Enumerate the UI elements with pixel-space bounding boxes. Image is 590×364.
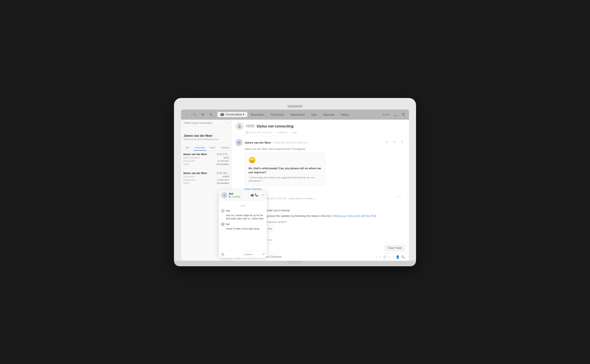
james-name: James van der Meer (245, 141, 271, 144)
chat-date-divider: Today (221, 205, 265, 207)
ticket-id: #840 (246, 124, 255, 128)
laptop-notch (287, 261, 303, 264)
rating-sub: " Unfortunately, the solution you sugges… (248, 176, 321, 183)
tab-conversation[interactable]: 2 Conversation ▾ (217, 112, 247, 117)
chat-message-you: Y You Hey Sol, James might be up for his… (221, 209, 265, 220)
tab-approval[interactable]: Approval (320, 112, 337, 117)
rating-question: Ah, that's unfortunate! Can you please t… (248, 166, 321, 175)
undo-icon[interactable]: ↩ (388, 255, 390, 259)
ticket-avatar (235, 122, 244, 130)
closing-date-value-1: 31 Oct 2017 (218, 160, 229, 162)
reply-toolbar: ≡ ☺ 🖼 ↩ ↪ 👤 🔍 (375, 255, 405, 259)
potential-name-2: James van der Meer (183, 172, 207, 175)
tab-bar: 2 Conversation ▾ Resolution Time Entry A… (217, 112, 382, 117)
main-toolbar: ‹ 📎 ⚙ ↻ 2 Conversation ▾ Resolution Time… (181, 110, 409, 120)
note-icon[interactable]: ✎ (399, 139, 405, 145)
show-response-button[interactable]: show response (245, 187, 405, 191)
pin-icon[interactable]: 📎 (191, 111, 198, 118)
sol-mini-avatar: S (221, 222, 225, 226)
conversation-badge: 2 (220, 113, 224, 116)
owner-label-1: Owner (183, 163, 189, 166)
image-icon[interactable]: 🖼 (383, 255, 386, 259)
sorry-text: Sorry about the trouble you're facing! (245, 208, 405, 213)
toolbar-actions: • • • 🔍 ☰ (383, 111, 407, 118)
tab-resolution[interactable]: Resolution (248, 112, 267, 117)
chat-agent-name: Sol (229, 192, 241, 195)
expand-icon[interactable]: ⤢ (227, 122, 229, 124)
ticket-followers[interactable]: ○ Followers (275, 131, 287, 134)
settings-chat-icon[interactable]: ⚙ (262, 253, 265, 256)
sidebar-tab-activities[interactable]: Activities (219, 145, 231, 151)
greeting: Hi James, (245, 203, 405, 208)
you-avatar: Y (221, 209, 225, 213)
rate-buttons: 🙂 Good 😞 Bad (245, 226, 405, 232)
format-icon[interactable]: ≡ (375, 255, 377, 259)
chevron-down-icon: ▾ (251, 253, 253, 256)
sidebar-header: CRM Contact Information ⤢ (181, 120, 231, 127)
laptop-base (174, 261, 416, 266)
body-text: You could try rolling back the updates b… (245, 214, 405, 218)
chat-footer: 📎 Actions ▾ ⚙ (219, 251, 267, 258)
status-dot (229, 196, 230, 197)
tag-icon: ○ (290, 131, 291, 134)
closing-date-label-2: Closing Date (183, 179, 195, 181)
ticket-title-row: #840 Stylus not connecting (235, 122, 405, 130)
ticket-meta: 🕐 04 Dec 2017 02:53 AM ○ Followers ○ Tag… (246, 131, 405, 134)
potential-item: James van der Meer EUR 273... Value Prop… (183, 153, 229, 169)
clock-icon: 🕐 (246, 131, 248, 134)
phone-icon[interactable]: 📞 (255, 193, 258, 197)
tab-history[interactable]: History (338, 112, 352, 117)
search-icon[interactable]: 🔍 (391, 111, 398, 118)
search-reply-icon[interactable]: 🔍 (401, 255, 405, 259)
attachment-chat-icon[interactable]: 📎 (221, 253, 225, 256)
chat-message-sol: S Sol Great! I'll take a look right away… (221, 222, 265, 230)
message-more-options[interactable]: • • • (396, 195, 401, 198)
close-ticket-button[interactable]: Close Ticket (385, 245, 405, 251)
forward-icon[interactable]: ↪ (391, 139, 397, 145)
stylus-link[interactable]: Making your stylus work with the zPad (333, 215, 376, 217)
stage-value: (100%) (222, 175, 229, 178)
ticket-tags[interactable]: ○ Tags (290, 131, 297, 134)
sidebar-tab-notes[interactable]: Notes (206, 145, 219, 151)
tab-task[interactable]: Task (308, 112, 320, 117)
rate-question-text: Would you rate our customer service? (245, 220, 405, 224)
james-avatar: JA (235, 139, 243, 146)
tab-time-entry[interactable]: Time Entry (268, 112, 287, 117)
message-2-body: Hi James, Sorry about the trouble you're… (245, 203, 405, 243)
potentials-section: James van der Meer EUR 273... Value Prop… (181, 151, 231, 193)
menu-icon[interactable]: ☰ (400, 111, 407, 118)
person-icon[interactable]: 👤 (396, 255, 400, 259)
message-block-1: ↩ ↪ ✎ JA James van der Meer 04 Dec 2017 … (235, 139, 405, 191)
back-arrow-icon[interactable]: ← (183, 128, 186, 130)
potential-amount-1: EUR 273... (217, 153, 229, 156)
james-time: 04 Dec 2017 02:56 AM ( just now ) (273, 141, 308, 144)
message-1-header: JA James van der Meer 04 Dec 2017 02:56 … (235, 139, 405, 146)
ticket-date: 🕐 04 Dec 2017 02:53 AM (246, 131, 272, 134)
expand-more-icon[interactable]: + (316, 197, 318, 200)
reply-icon[interactable]: ↩ (384, 139, 390, 145)
chat-status: Available (229, 195, 241, 198)
chat-body: Today Y You Hey Sol, James might be up f… (219, 201, 267, 251)
contact-email: thejamesvan-dermeer@gmail.com (184, 138, 229, 141)
chat-popup-header: S Sol Available 📹 📞 – ✕ (219, 190, 267, 201)
sidebar-tab-potentials[interactable]: Potentials (194, 145, 206, 151)
closing-date-value-2: 31 Mar 2017 (217, 179, 229, 181)
emoji-icon[interactable]: ☺ (379, 255, 382, 259)
chat-header-actions: 📹 📞 – ✕ (250, 193, 264, 197)
back-button[interactable]: ‹ (183, 111, 190, 118)
history-icon[interactable]: ↻ (207, 111, 214, 118)
more-options-button[interactable]: • • • (383, 113, 389, 117)
video-icon[interactable]: 📹 (250, 193, 254, 197)
close-icon[interactable]: ✕ (262, 193, 264, 197)
settings-icon[interactable]: ⚙ (199, 111, 206, 118)
potential-amount-2: EUR 350... (217, 172, 229, 175)
tab-attachment[interactable]: Attachment (287, 112, 308, 117)
sidebar-tab-info[interactable]: Info (181, 145, 194, 151)
minimize-icon[interactable]: – (259, 193, 261, 197)
svg-point-1 (239, 125, 240, 126)
you-message-text: Hey Sol, James might be up for his third… (221, 214, 265, 220)
actions-button[interactable]: Actions ▾ (244, 253, 253, 256)
chat-sol-header: S Sol (221, 222, 265, 226)
sol-avatar: S (221, 192, 227, 198)
redo-icon[interactable]: ↪ (392, 255, 394, 259)
